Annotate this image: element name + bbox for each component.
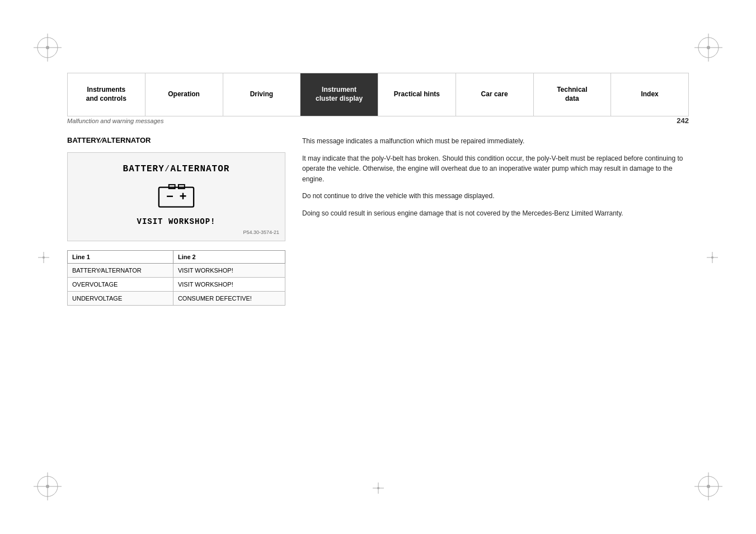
nav-item-car-care[interactable]: Car care: [456, 73, 534, 116]
right-para-3: Do not continue to drive the vehicle wit…: [302, 191, 689, 202]
page-content: Malfunction and warning messages 242 BAT…: [67, 116, 689, 489]
svg-point-3: [46, 46, 49, 49]
svg-point-11: [46, 485, 49, 488]
table-row: UNDERVOLTAGECONSUMER DEFECTIVE!: [68, 292, 285, 306]
svg-rect-25: [159, 188, 194, 207]
battery-icon: − +: [157, 181, 196, 212]
nav-item-technical-data[interactable]: Technical data: [534, 73, 612, 116]
right-para-2: It may indicate that the poly-V-belt has…: [302, 153, 689, 185]
battery-image-box: BATTERY⁄ALTERNATOR − + VISIT WORKSHOP! P…: [67, 152, 285, 241]
messages-table: Line 1 Line 2 BATTERY⁄ALTERNATORVISIT WO…: [67, 250, 285, 306]
corner-decoration-bl: [34, 472, 62, 500]
svg-point-24: [711, 256, 713, 259]
table-cell-line2: CONSUMER DEFECTIVE!: [173, 292, 285, 306]
table-col1-header: Line 1: [68, 251, 173, 264]
nav-item-operation[interactable]: Operation: [145, 73, 223, 116]
image-reference: P54.30-3574-21: [73, 229, 279, 235]
table-cell-line2: VISIT WORKSHOP!: [173, 278, 285, 292]
nav-item-instruments-controls[interactable]: Instruments and controls: [68, 73, 145, 116]
table-cell-line2: VISIT WORKSHOP!: [173, 264, 285, 278]
corner-decoration-tl: [34, 34, 62, 62]
table-row: OVERVOLTAGEVISIT WORKSHOP!: [68, 278, 285, 292]
table-cell-line1: BATTERY⁄ALTERNATOR: [68, 264, 173, 278]
visit-workshop-text: VISIT WORKSHOP!: [73, 217, 279, 226]
right-column: This message indicates a malfunction whi…: [302, 136, 689, 306]
right-para-1: This message indicates a malfunction whi…: [302, 136, 689, 147]
nav-item-instrument-cluster-display[interactable]: Instrument cluster display: [300, 73, 378, 116]
right-crosshair-mid: [707, 252, 718, 265]
sub-header: Malfunction and warning messages 242: [67, 116, 689, 126]
svg-rect-27: [179, 185, 185, 189]
table-row: BATTERY⁄ALTERNATORVISIT WORKSHOP!: [68, 264, 285, 278]
svg-text:+: +: [179, 190, 186, 204]
corner-decoration-tr: [694, 34, 722, 62]
table-cell-line1: OVERVOLTAGE: [68, 278, 173, 292]
main-grid: BATTERY⁄ALTERNATOR BATTERY⁄ALTERNATOR − …: [67, 136, 689, 306]
nav-item-practical-hints[interactable]: Practical hints: [378, 73, 456, 116]
nav-bar: Instruments and controls Operation Drivi…: [67, 73, 689, 116]
svg-point-7: [707, 46, 710, 49]
svg-point-21: [43, 256, 45, 259]
table-col2-header: Line 2: [173, 251, 285, 264]
table-cell-line1: UNDERVOLTAGE: [68, 292, 173, 306]
svg-point-15: [707, 485, 710, 488]
left-column: BATTERY⁄ALTERNATOR BATTERY⁄ALTERNATOR − …: [67, 136, 285, 306]
section-heading: BATTERY⁄ALTERNATOR: [67, 136, 285, 144]
corner-decoration-br: [694, 472, 722, 500]
page-number: 242: [677, 116, 689, 125]
svg-rect-26: [169, 185, 175, 189]
nav-item-index[interactable]: Index: [611, 73, 688, 116]
section-title: Malfunction and warning messages: [67, 118, 163, 124]
left-crosshair-mid: [38, 252, 49, 265]
nav-item-driving[interactable]: Driving: [223, 73, 301, 116]
svg-text:−: −: [166, 190, 173, 204]
battery-display-text: BATTERY⁄ALTERNATOR: [73, 164, 279, 174]
right-para-4: Doing so could result in serious engine …: [302, 208, 689, 219]
